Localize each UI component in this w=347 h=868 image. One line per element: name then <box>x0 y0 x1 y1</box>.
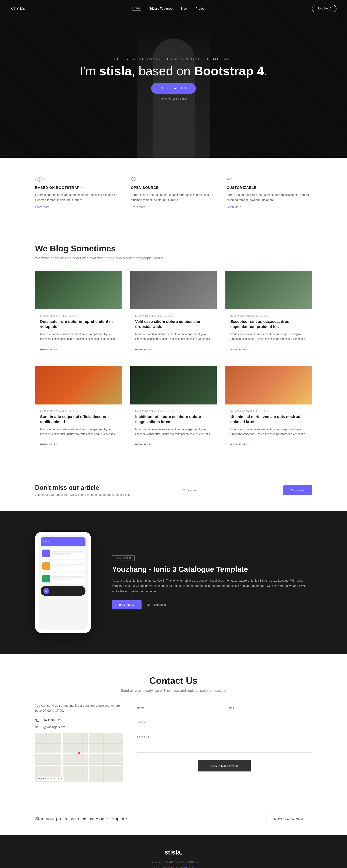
contact-info-text: You can send us something like a questio… <box>35 703 123 713</box>
read-more-3[interactable]: READ MORE › <box>230 345 307 351</box>
blog-image-4 <box>35 366 122 404</box>
phone-line-5 <box>52 576 84 578</box>
feature-text-opensource: Lorem ipsum dolor sit amet, consectetur … <box>131 192 216 203</box>
phone-line-1 <box>52 551 84 553</box>
contact-email-input[interactable] <box>226 703 312 713</box>
phone-thumb-2 <box>42 562 50 570</box>
phone-thumb-1 <box>42 550 50 557</box>
footer-logo: stisla. <box>35 849 312 856</box>
featured-badge: FEATURED <box>112 556 134 561</box>
map-road-v2 <box>88 733 89 782</box>
read-more-1[interactable]: READ MORE › <box>40 345 117 351</box>
feature-text-bootstrap: Lorem ipsum dolor sit amet, consectetur … <box>35 192 120 203</box>
read-more-6[interactable]: READ MORE › <box>230 440 307 446</box>
contact-phone-item: 📞 +6212345123 <box>35 718 123 722</box>
footer-copyright: COPYRIGHT © 2017 YOUR COMPANY <box>35 860 312 865</box>
hero-title-mid: , based on <box>131 64 194 78</box>
read-more-4[interactable]: READ MORE › <box>40 440 117 446</box>
blog-card-title-5: Incididunt ut labore et labore dolore ma… <box>135 414 212 425</box>
feature-link-opensource[interactable]: Learn More <box>131 206 145 209</box>
phone-text-2 <box>52 564 84 568</box>
hero-subtitle: FULLY RESPONSIVE HTML5 & CSS3 TEMPLATE <box>80 57 267 61</box>
get-started-button[interactable]: GET STARTED <box>151 83 196 94</box>
blog-card-title-2: Velit esse cilium dolore eu bios slur dr… <box>135 319 212 329</box>
kodinger-link[interactable]: KODINGER <box>178 866 193 868</box>
phone-screen: ▶ <box>38 535 88 630</box>
navbar: stisla. Home Stisla's Features Blog Proj… <box>0 0 347 17</box>
phone-line-3 <box>52 564 84 565</box>
cta-strip: Start your project with this awesome tem… <box>0 803 347 835</box>
hero-brand: stisla <box>99 64 131 78</box>
need-help-button[interactable]: Need Help? <box>312 5 337 12</box>
subscribe-right: Subscribe <box>179 485 312 495</box>
name-input[interactable] <box>137 703 222 713</box>
hero-content: FULLY RESPONSIVE HTML5 & CSS3 TEMPLATE I… <box>80 57 267 100</box>
blog-body-2: by John Doe on August 10, 2017 Velit ess… <box>130 309 217 357</box>
message-textarea[interactable] <box>137 732 312 752</box>
blog-meta-4: by John Doe on August 10, 2017 <box>40 409 117 412</box>
phone-line-2 <box>52 553 71 555</box>
feature-link-customizable[interactable]: Learn More <box>227 206 241 209</box>
phone-dot-3 <box>48 541 49 542</box>
phone-item-2 <box>41 560 86 571</box>
contact-email-item: ✉ hi@kodinger.com <box>35 725 123 730</box>
form-row-1 <box>137 703 312 713</box>
phone-text-3 <box>52 576 84 581</box>
blog-meta-2: by John Doe on August 10, 2017 <box>135 314 212 317</box>
blog-card-title-4: Sunt in ado culpa qui officia deserunt m… <box>40 414 117 425</box>
blog-body-5: by John Doe on August 10, 2017 Incididun… <box>130 404 217 452</box>
phone-thumb-3 <box>42 575 50 583</box>
read-more-5[interactable]: READ MORE › <box>135 440 212 446</box>
read-more-2[interactable]: READ MORE › <box>135 345 212 351</box>
contact-form: SEND MESSAGE <box>137 703 312 782</box>
blog-image-5 <box>130 366 217 404</box>
subscribe-text: Just enter your email then we will send … <box>35 493 168 497</box>
blog-card-text-6: Mauris eu arcu in metus elementum porta … <box>230 427 307 436</box>
contact-map: 📍 Map data ©2018 Google <box>35 733 123 782</box>
email-input[interactable] <box>179 485 280 495</box>
blog-section: We Blog Sometimes We wrote some articles… <box>0 226 347 470</box>
feature-link-bootstrap[interactable]: Learn More <box>35 206 50 209</box>
contact-info: You can send us something like a questio… <box>35 703 123 782</box>
feature-item-customizable: ✏ CUSTOMIZABLE Lorem ipsum dolor sit ame… <box>227 175 312 209</box>
buy-now-button[interactable]: BUY NOW <box>112 600 141 610</box>
blog-subtitle: We wrote some articles about whatever wa… <box>35 256 312 260</box>
footer: stisla. COPYRIGHT © 2017 YOUR COMPANY MA… <box>0 835 347 868</box>
hero-license: Under the MIT License <box>80 98 267 101</box>
feature-item-bootstrap: ◁▷ BASED ON BOOTSTRAP 4 Lorem ipsum dolo… <box>35 175 120 209</box>
more-products-link[interactable]: More Products <box>147 603 166 607</box>
hero-bootstrap: Bootstrap 4 <box>194 64 264 78</box>
featured-text: Youzhang is an ionic template catalog 3.… <box>112 578 312 594</box>
blog-card-text-2: Mauris eu arcu in metus elementum porta … <box>135 332 212 341</box>
nav-link-blog[interactable]: Blog <box>181 7 187 10</box>
feature-title-customizable: CUSTOMIZABLE <box>227 186 312 190</box>
nav-link-home[interactable]: Home <box>132 6 141 11</box>
blog-image-1 <box>35 271 122 309</box>
feature-title-bootstrap: BASED ON BOOTSTRAP 4 <box>35 186 120 190</box>
nav-links: Home Stisla's Features Blog Project <box>132 6 205 11</box>
contact-email: hi@kodinger.com <box>41 725 65 729</box>
blog-body-4: by John Doe on August 10, 2017 Sunt in a… <box>35 404 122 452</box>
blog-grid: by John Doe on August 10, 2017 Duis aute… <box>35 271 312 453</box>
blog-card-text-3: Mauris eu arcu in metus elementum porta … <box>230 332 307 341</box>
blog-card-title-3: Excepteur sint as occaecat dros cupidata… <box>230 319 307 329</box>
send-message-button[interactable]: SEND MESSAGE <box>198 760 251 772</box>
customizable-icon: ✏ <box>227 175 312 183</box>
blog-card-text-5: Mauris eu arcu in metus elementum porta … <box>135 427 212 436</box>
subject-input[interactable] <box>137 717 312 727</box>
phone-play-button[interactable]: ▶ <box>43 588 50 594</box>
nav-logo: stisla. <box>10 6 26 11</box>
blog-card-title-1: Duis aute irure dolor in reprehenderit i… <box>40 319 117 329</box>
subscribe-title: Don't miss our article <box>35 484 168 491</box>
phone-text-1 <box>52 551 84 556</box>
download-now-button[interactable]: DOWNLOAD NOW <box>266 814 312 824</box>
featured-content: FEATURED Youzhang - Ionic 3 Catalogue Te… <box>112 556 312 610</box>
phone-icon: 📞 <box>35 718 39 722</box>
subscribe-button[interactable]: Subscribe <box>283 486 312 495</box>
nav-link-features[interactable]: Stisla's Features <box>149 7 172 10</box>
featured-title: Youzhang - Ionic 3 Catalogue Template <box>112 565 312 574</box>
nav-link-project[interactable]: Project <box>195 7 205 10</box>
opensource-icon: ⊙ <box>131 175 216 183</box>
blog-card-title-6: Ut enim ad mirim veniam quis nostrud eni… <box>230 414 307 425</box>
contact-title: Contact Us <box>35 675 312 686</box>
